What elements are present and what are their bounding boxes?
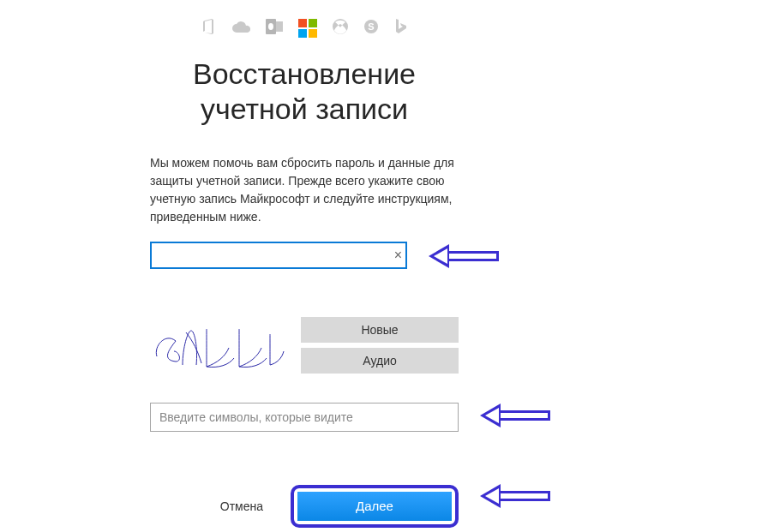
annotation-arrow [480,484,550,508]
instructions-text: Мы можем помочь вам сбросить пароль и да… [150,154,459,226]
next-button[interactable]: Далее [297,492,452,521]
windows-logo-icon [298,19,317,38]
svg-point-2 [268,23,273,30]
account-input[interactable] [150,242,407,269]
page-title: Восстановление учетной записи [150,57,459,127]
annotation-arrow [429,244,499,268]
captcha-image [150,317,287,379]
skype-icon: S [363,19,379,38]
captcha-new-button[interactable]: Новые [301,317,459,343]
next-button-highlight: Далее [291,485,459,528]
clear-input-icon[interactable]: × [394,248,402,263]
outlook-icon [266,19,283,38]
annotation-arrow [480,403,550,427]
xbox-icon [333,19,348,38]
captcha-input[interactable] [150,403,459,432]
svg-text:S: S [368,21,374,32]
onedrive-icon [231,21,250,36]
bing-icon [394,19,406,38]
cancel-button[interactable]: Отмена [220,499,263,513]
product-icon-row: S [150,15,459,41]
office-icon [202,19,216,38]
captcha-audio-button[interactable]: Аудио [301,348,459,374]
